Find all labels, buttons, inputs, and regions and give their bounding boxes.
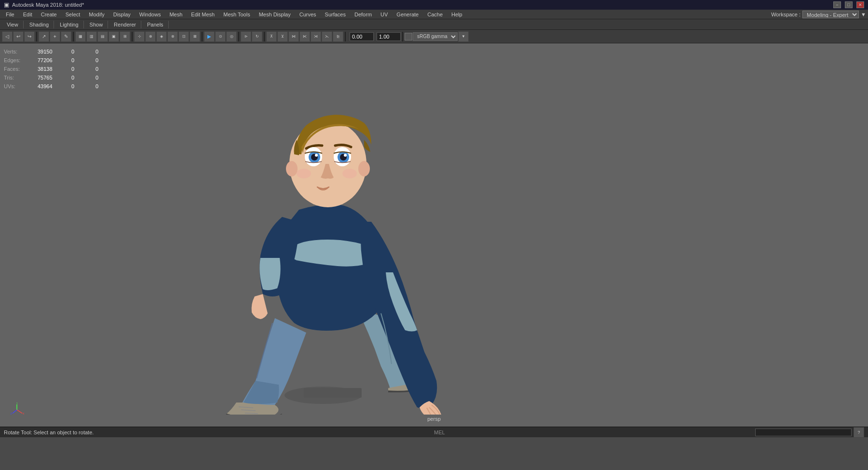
toolbar-paint[interactable]: ✎ bbox=[61, 31, 71, 42]
toolbar-layout-1[interactable]: ▦ bbox=[75, 31, 86, 42]
toolbar-orbit[interactable]: ↻ bbox=[252, 31, 262, 42]
character-3d bbox=[169, 67, 482, 415]
toolbar-transform-1[interactable]: ⊼ bbox=[266, 31, 277, 42]
platform bbox=[304, 388, 362, 398]
verts-sel1: 0 bbox=[71, 47, 86, 56]
menu-create[interactable]: Create bbox=[37, 11, 61, 18]
menu-file[interactable]: File bbox=[2, 11, 18, 18]
menu-mesh[interactable]: Mesh bbox=[165, 11, 186, 18]
toolbar-snap-6[interactable]: ⊠ bbox=[190, 31, 200, 42]
menu-edit[interactable]: Edit bbox=[19, 11, 36, 18]
toolbar-layout-2[interactable]: ▥ bbox=[86, 31, 97, 42]
toolbar-color-swatch[interactable] bbox=[405, 33, 412, 40]
svg-line-2 bbox=[13, 410, 17, 414]
uvs-sel1: 0 bbox=[71, 82, 86, 91]
toolbar-snap-1[interactable]: ⊹ bbox=[134, 31, 145, 42]
close-button[interactable]: ✕ bbox=[856, 1, 864, 8]
toolbar-transform-6[interactable]: ⋋ bbox=[322, 31, 332, 42]
toolbar-input-2[interactable] bbox=[377, 32, 401, 41]
stat-tris-row: Tris: 75765 0 0 bbox=[4, 73, 110, 82]
toolbar-cam[interactable]: ⊳ bbox=[241, 31, 251, 42]
viewport[interactable]: Verts: 39150 0 0 Edges: 77206 0 0 Faces:… bbox=[0, 43, 868, 427]
menu-help[interactable]: Help bbox=[448, 11, 466, 18]
status-bar: Rotate Tool: Select an object to rotate.… bbox=[0, 427, 868, 437]
menu-mesh-display[interactable]: Mesh Display bbox=[255, 11, 295, 18]
menu-cache[interactable]: Cache bbox=[423, 11, 447, 18]
menu-display[interactable]: Display bbox=[109, 11, 135, 18]
uvs-value: 43964 bbox=[38, 82, 62, 91]
menu-deform[interactable]: Deform bbox=[351, 11, 376, 18]
toolbar-layout-4[interactable]: ▣ bbox=[108, 31, 119, 42]
tris-value: 75765 bbox=[38, 73, 62, 82]
menu-bar: File Edit Create Select Modify Display W… bbox=[0, 10, 868, 19]
toolbar-select[interactable]: ↗ bbox=[39, 31, 49, 42]
toolbar-sep-1 bbox=[36, 32, 37, 41]
toolbar-btn-3[interactable]: ↪ bbox=[24, 31, 35, 42]
faces-value: 38138 bbox=[38, 65, 62, 73]
toolbar-layout-5[interactable]: ⊞ bbox=[120, 31, 130, 42]
toolbar-input-1[interactable] bbox=[350, 32, 374, 41]
view-tab-panels[interactable]: Panels bbox=[142, 21, 169, 28]
stats-overlay: Verts: 39150 0 0 Edges: 77206 0 0 Faces:… bbox=[4, 47, 110, 91]
toolbar-transform-7[interactable]: ⊵ bbox=[333, 31, 343, 42]
stat-uvs-row: UVs: 43964 0 0 bbox=[4, 82, 110, 91]
mel-help-btn[interactable]: ? bbox=[854, 427, 864, 438]
menu-surfaces[interactable]: Surfaces bbox=[321, 11, 350, 18]
view-tab-show[interactable]: Show bbox=[85, 21, 108, 28]
minimize-button[interactable]: − bbox=[833, 1, 841, 8]
toolbar-transform-2[interactable]: ⊻ bbox=[277, 31, 288, 42]
svg-line-0 bbox=[17, 410, 22, 414]
menu-generate[interactable]: Generate bbox=[393, 11, 422, 18]
menu-modify[interactable]: Modify bbox=[85, 11, 108, 18]
toolbar-transform-4[interactable]: ⋉ bbox=[299, 31, 310, 42]
mel-input-area: ? bbox=[755, 427, 864, 438]
workspace-expand-icon[interactable]: ▼ bbox=[861, 12, 866, 17]
stat-faces-row: Faces: 38138 0 0 bbox=[4, 65, 110, 73]
right-ear bbox=[358, 161, 370, 176]
toolbar-render-2[interactable]: ⊙ bbox=[215, 31, 226, 42]
view-tab-view[interactable]: View bbox=[2, 21, 24, 28]
uvs-label: UVs: bbox=[4, 82, 28, 91]
toolbar-snap-4[interactable]: ⊗ bbox=[167, 31, 178, 42]
toolbar-lasso[interactable]: ⌖ bbox=[50, 31, 60, 42]
menu-curves[interactable]: Curves bbox=[296, 11, 320, 18]
menu-mesh-tools[interactable]: Mesh Tools bbox=[219, 11, 254, 18]
edges-sel1: 0 bbox=[71, 56, 86, 65]
toolbar-gamma-arrow[interactable]: ▼ bbox=[458, 31, 469, 42]
persp-label: persp bbox=[427, 416, 441, 422]
view-tab-shading[interactable]: Shading bbox=[25, 21, 54, 28]
toolbar-snap-5[interactable]: ⊡ bbox=[178, 31, 189, 42]
edges-value: 77206 bbox=[38, 56, 62, 65]
uvs-sel2: 0 bbox=[95, 82, 110, 91]
menu-edit-mesh[interactable]: Edit Mesh bbox=[187, 11, 218, 18]
hair-side-right bbox=[364, 140, 370, 152]
mel-input[interactable] bbox=[755, 429, 852, 436]
toolbar-snap-2[interactable]: ⊕ bbox=[145, 31, 156, 42]
toolbar-render-3[interactable]: ◎ bbox=[226, 31, 237, 42]
toolbar-sep-7 bbox=[345, 32, 346, 41]
toolbar-sep-4 bbox=[202, 32, 203, 41]
toolbar-transform-3[interactable]: ⋈ bbox=[288, 31, 299, 42]
menu-uv[interactable]: UV bbox=[377, 11, 392, 18]
title-bar: ▣ Autodesk Maya 2018: untitled* − □ ✕ bbox=[0, 0, 868, 10]
menu-select[interactable]: Select bbox=[62, 11, 84, 18]
toolbar-sep-2 bbox=[73, 32, 74, 41]
toolbar-sep-5 bbox=[238, 32, 239, 41]
gamma-select[interactable]: sRGB gamma bbox=[413, 32, 458, 41]
menu-windows[interactable]: Windows bbox=[136, 11, 165, 18]
toolbar-render-1[interactable]: ▶ bbox=[204, 31, 215, 42]
workspace-selector: Workspace : Modeling - Expert ▼ bbox=[771, 11, 866, 18]
toolbar-transform-5[interactable]: ⋊ bbox=[311, 31, 321, 42]
workspace-dropdown[interactable]: Modeling - Expert bbox=[802, 11, 859, 18]
toolbar-btn-2[interactable]: ↩ bbox=[13, 31, 24, 42]
view-toolbar: View Shading Lighting Show Renderer Pane… bbox=[0, 19, 868, 30]
left-arm-stripe bbox=[259, 258, 280, 290]
view-tab-lighting[interactable]: Lighting bbox=[55, 21, 84, 28]
maximize-button[interactable]: □ bbox=[845, 1, 853, 8]
toolbar-btn-1[interactable]: ◁ bbox=[2, 31, 13, 42]
svg-text:Y: Y bbox=[16, 403, 18, 404]
toolbar-sep-8 bbox=[402, 32, 403, 41]
toolbar-snap-3[interactable]: ◈ bbox=[156, 31, 167, 42]
view-tab-renderer[interactable]: Renderer bbox=[109, 21, 141, 28]
toolbar-layout-3[interactable]: ▤ bbox=[97, 31, 108, 42]
